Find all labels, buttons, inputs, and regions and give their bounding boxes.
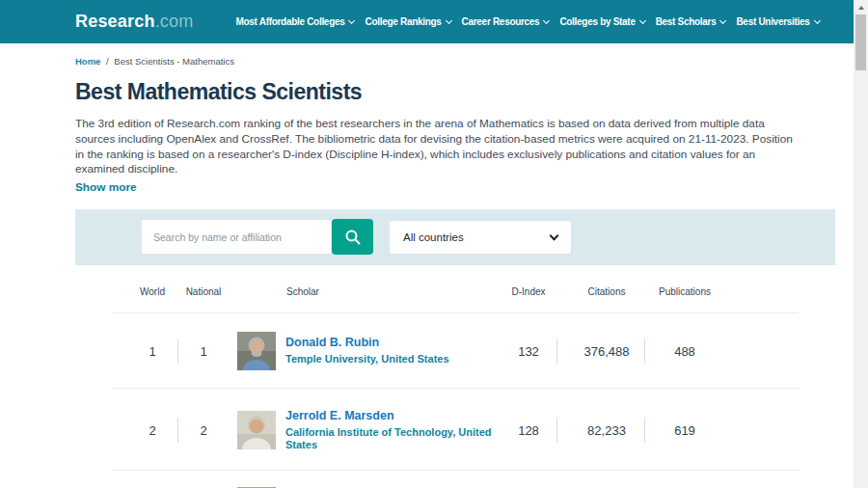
- scholar-info: Jerrold E. Marsden California Institute …: [285, 408, 498, 451]
- vertical-scrollbar[interactable]: [854, 0, 868, 488]
- table-row: 2 2 Jerrold E. Marsden California Instit…: [75, 389, 835, 471]
- page-content: Home / Best Scientists - Mathematics Bes…: [75, 43, 835, 488]
- table-row: Didier Dubois: [75, 471, 835, 488]
- chevron-down-icon: [813, 16, 820, 23]
- divider: [556, 418, 557, 443]
- nav-college-rankings[interactable]: College Rankings: [365, 16, 450, 27]
- nav-best-universities[interactable]: Best Universities: [736, 16, 819, 27]
- table-row: 1 1 Donald B. Rubin Temple University, U…: [75, 313, 835, 389]
- world-rank: 1: [149, 344, 155, 359]
- portrait-image: [237, 411, 276, 449]
- column-header-citations: Citations: [588, 286, 626, 297]
- filter-bar: All countries: [75, 209, 835, 265]
- ranking-description: The 3rd edition of Research.com ranking …: [75, 117, 794, 177]
- publications-value: 488: [674, 344, 695, 359]
- world-rank: 2: [149, 422, 155, 437]
- scholar-photo-jerrold-marsden[interactable]: [237, 411, 276, 449]
- d-index-value: 132: [518, 344, 539, 359]
- scholar-info: Donald B. Rubin Temple University, Unite…: [285, 336, 498, 366]
- logo-primary-text: Research: [75, 12, 155, 31]
- scholar-photo-donald-rubin[interactable]: [237, 332, 276, 370]
- scholar-affiliation-link[interactable]: Temple University, United States: [285, 353, 498, 366]
- column-header-world: World: [140, 286, 165, 297]
- column-header-d-index: D-Index: [511, 286, 545, 297]
- show-more-link[interactable]: Show more: [75, 180, 137, 194]
- logo-secondary-text: .com: [155, 12, 194, 31]
- breadcrumb-current: Best Scientists - Mathematics: [114, 56, 234, 67]
- scholar-name-link[interactable]: Jerrold E. Marsden: [285, 408, 498, 421]
- nav-career-resources[interactable]: Career Resources: [462, 16, 550, 27]
- search-input[interactable]: [141, 219, 331, 255]
- divider: [644, 339, 645, 364]
- column-header-national: National: [186, 286, 222, 297]
- nav-best-scholars[interactable]: Best Scholars: [656, 16, 726, 27]
- national-rank: 1: [200, 344, 206, 359]
- country-dropdown[interactable]: All countries: [389, 220, 572, 255]
- chevron-down-icon: [348, 16, 355, 23]
- divider: [556, 339, 557, 364]
- scroll-up-arrow-icon[interactable]: [854, 0, 868, 14]
- nav-colleges-by-state[interactable]: Colleges by State: [559, 16, 644, 27]
- breadcrumb: Home / Best Scientists - Mathematics: [75, 56, 835, 67]
- publications-value: 619: [674, 422, 695, 437]
- search-button[interactable]: [332, 219, 373, 255]
- chevron-down-icon: [639, 16, 646, 23]
- chevron-down-icon: [550, 230, 559, 240]
- main-nav: Most Affordable Colleges College Ranking…: [235, 16, 819, 27]
- nav-label: Best Universities: [736, 16, 809, 27]
- scholar-name-link[interactable]: Donald B. Rubin: [285, 336, 498, 349]
- d-index-value: 128: [518, 422, 539, 437]
- divider: [177, 339, 178, 364]
- nav-label: Best Scholars: [656, 16, 717, 27]
- top-navigation-bar: Research.com Most Affordable Colleges Co…: [0, 0, 854, 43]
- nav-most-affordable-colleges[interactable]: Most Affordable Colleges: [235, 16, 354, 27]
- divider: [644, 418, 645, 443]
- column-header-scholar: Scholar: [286, 286, 319, 297]
- chevron-down-icon: [719, 16, 726, 23]
- table-header-row: World National Scholar D-Index Citations…: [75, 265, 835, 313]
- nav-label: Colleges by State: [559, 16, 635, 27]
- breadcrumb-separator: /: [106, 56, 109, 67]
- chevron-down-icon: [446, 16, 452, 23]
- page-title: Best Mathematics Scientists: [75, 79, 835, 105]
- chevron-down-icon: [543, 16, 550, 23]
- nav-label: Most Affordable Colleges: [235, 16, 344, 27]
- research-com-logo[interactable]: Research.com: [75, 12, 193, 32]
- magnifier-icon: [344, 229, 362, 246]
- nav-label: College Rankings: [365, 16, 441, 27]
- citations-value: 376,488: [584, 344, 630, 359]
- national-rank: 2: [200, 422, 206, 437]
- country-dropdown-value: All countries: [403, 231, 464, 243]
- scrollbar-thumb[interactable]: [855, 14, 866, 70]
- nav-label: Career Resources: [462, 16, 540, 27]
- breadcrumb-home-link[interactable]: Home: [75, 56, 100, 67]
- scholar-affiliation-link[interactable]: California Institute of Technology, Unit…: [285, 425, 498, 451]
- divider: [177, 418, 178, 443]
- citations-value: 82,233: [587, 422, 626, 437]
- column-header-publications: Publications: [659, 286, 711, 297]
- portrait-image: [237, 332, 276, 370]
